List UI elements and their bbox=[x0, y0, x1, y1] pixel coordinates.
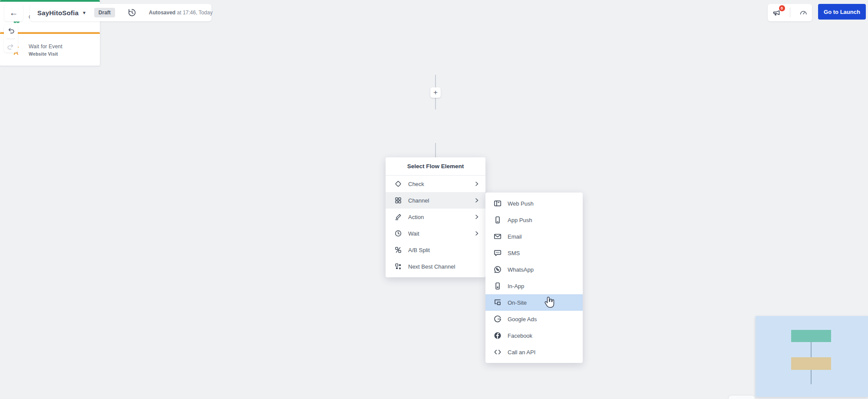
zoom-control-partial[interactable] bbox=[729, 396, 755, 399]
submenu-item-sms[interactable]: SMS bbox=[485, 245, 583, 261]
autosave-status: Autosaved at 17:46, Today bbox=[149, 10, 213, 16]
submenu-item-label: On-Site bbox=[508, 299, 527, 306]
menu-item-channel[interactable]: Channel bbox=[386, 192, 485, 209]
submenu-item-label: SMS bbox=[508, 250, 520, 256]
submenu-item-google-ads[interactable]: Google Ads bbox=[485, 311, 583, 327]
email-icon bbox=[493, 232, 502, 241]
submenu-item-label: WhatsApp bbox=[508, 266, 534, 273]
submenu-item-facebook[interactable]: Facebook bbox=[485, 327, 583, 344]
undo-icon bbox=[7, 27, 15, 35]
menu-item-label: Action bbox=[408, 214, 424, 220]
submenu-item-in-app[interactable]: In-App bbox=[485, 278, 583, 294]
menu-title: Select Flow Element bbox=[386, 157, 485, 176]
code-brackets-icon bbox=[493, 348, 502, 356]
submenu-item-on-site[interactable]: On-Site bbox=[485, 294, 583, 311]
ab-split-icon bbox=[394, 246, 402, 254]
undo-button[interactable] bbox=[7, 27, 15, 35]
submenu-item-label: Call an API bbox=[508, 349, 535, 356]
menu-item-wait[interactable]: Wait bbox=[386, 225, 485, 242]
performance-button[interactable] bbox=[799, 8, 808, 17]
menu-item-label: A/B Split bbox=[408, 247, 430, 253]
add-node-button[interactable]: + bbox=[430, 87, 441, 98]
redo-icon bbox=[7, 43, 15, 51]
chevron-right-icon bbox=[474, 231, 479, 236]
in-app-icon bbox=[493, 282, 502, 290]
web-push-icon bbox=[493, 199, 502, 208]
history-icon bbox=[127, 8, 137, 17]
node-title: Wait for Event bbox=[29, 43, 63, 50]
google-ads-icon bbox=[493, 315, 502, 323]
menu-item-next-best-channel[interactable]: Next Best Channel bbox=[386, 258, 485, 275]
menu-item-ab-split[interactable]: A/B Split bbox=[386, 242, 485, 258]
submenu-item-email[interactable]: Email bbox=[485, 228, 583, 245]
next-best-channel-icon bbox=[394, 263, 402, 270]
submenu-item-call-an-api[interactable]: Call an API bbox=[485, 344, 583, 360]
menu-item-label: Wait bbox=[408, 230, 419, 237]
notification-badge: 0 bbox=[779, 5, 785, 11]
flow-element-menu: Select Flow Element Check Channel Action bbox=[386, 157, 485, 277]
submenu-item-whatsapp[interactable]: WhatsApp bbox=[485, 261, 583, 278]
menu-item-check[interactable]: Check bbox=[386, 176, 485, 192]
go-to-launch-button[interactable]: Go to Launch bbox=[818, 4, 866, 20]
on-site-icon bbox=[493, 298, 502, 307]
undo-redo-toolbar bbox=[4, 25, 18, 53]
minimap-node-tan bbox=[791, 357, 831, 370]
divider bbox=[7, 39, 15, 39]
action-pencil-icon bbox=[394, 213, 402, 221]
gauge-icon bbox=[799, 8, 808, 17]
redo-button[interactable] bbox=[7, 43, 15, 51]
submenu-item-label: Web Push bbox=[508, 200, 534, 207]
submenu-item-label: Google Ads bbox=[508, 316, 537, 323]
chevron-down-icon[interactable]: ▼ bbox=[82, 10, 86, 15]
wait-clock-icon bbox=[394, 229, 402, 237]
node-subtitle: Website Visit bbox=[29, 51, 63, 57]
flow-name-label[interactable]: SayHitoSofia bbox=[37, 9, 79, 17]
minimap[interactable] bbox=[756, 316, 868, 397]
facebook-icon bbox=[493, 331, 502, 340]
menu-item-action[interactable]: Action bbox=[386, 209, 485, 225]
divider bbox=[790, 8, 790, 17]
minimap-node-teal bbox=[791, 330, 831, 342]
whatsapp-icon bbox=[493, 265, 502, 274]
plus-icon: + bbox=[433, 88, 438, 97]
submenu-item-label: App Push bbox=[508, 217, 532, 223]
back-button[interactable]: ← bbox=[4, 4, 23, 21]
version-history-button[interactable] bbox=[127, 8, 137, 17]
channel-submenu: Web Push App Push Email SMS WhatsApp bbox=[485, 193, 583, 363]
chevron-right-icon bbox=[474, 181, 479, 186]
app-push-icon bbox=[493, 216, 502, 224]
channel-grid-icon bbox=[394, 196, 402, 204]
submenu-item-web-push[interactable]: Web Push bbox=[485, 195, 583, 212]
chevron-right-icon bbox=[474, 214, 479, 219]
notifications-button[interactable]: 0 bbox=[772, 8, 782, 17]
submenu-item-label: Email bbox=[508, 233, 522, 240]
sms-icon bbox=[493, 249, 502, 257]
autosave-detail: at 17:46, Today bbox=[175, 10, 212, 16]
back-arrow-icon: ← bbox=[10, 8, 18, 18]
menu-item-label: Channel bbox=[408, 197, 429, 204]
chevron-right-icon bbox=[474, 198, 479, 203]
menu-item-label: Next Best Channel bbox=[408, 263, 455, 270]
menu-item-label: Check bbox=[408, 181, 424, 187]
flow-title-card: SayHitoSofia ▼ Draft Autosaved at 17:46,… bbox=[30, 4, 211, 21]
check-diamond-icon bbox=[394, 180, 402, 188]
connector-line bbox=[435, 143, 436, 157]
submenu-item-label: Facebook bbox=[508, 332, 532, 339]
topbar-tools-card: 0 bbox=[768, 4, 812, 21]
submenu-item-label: In-App bbox=[508, 283, 524, 289]
submenu-item-app-push[interactable]: App Push bbox=[485, 212, 583, 228]
autosave-label: Autosaved bbox=[149, 10, 175, 16]
status-badge: Draft bbox=[94, 8, 115, 17]
